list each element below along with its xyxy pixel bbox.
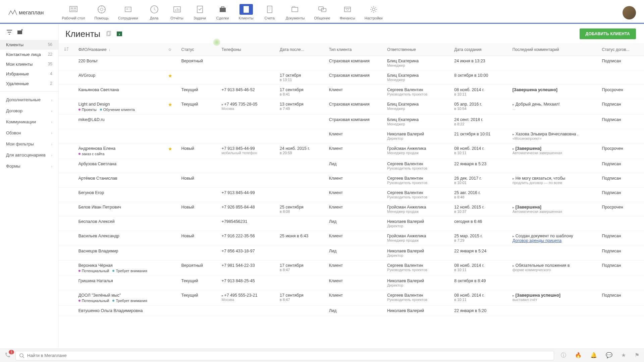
top-nav: мегаплан Рабочий столПомощьСотрудникиДел… xyxy=(0,0,644,24)
logo-text: мегаплан xyxy=(19,9,44,16)
todo-icon xyxy=(148,4,161,15)
chat-icon xyxy=(316,4,329,15)
svg-rect-25 xyxy=(17,31,22,34)
nav-help[interactable]: Помощь xyxy=(90,3,113,23)
col-sort[interactable] xyxy=(59,43,76,56)
page-header: Клиенты x ДОБАВИТЬ КЛИЕНТА xyxy=(59,24,644,43)
sidebar-filter[interactable]: Договор› xyxy=(0,105,58,116)
invoices-icon xyxy=(263,4,276,15)
nav-chat[interactable]: Общение xyxy=(309,3,335,23)
nav-docs[interactable]: Документы xyxy=(281,3,310,23)
finance-icon xyxy=(341,4,354,15)
col-type[interactable]: Тип клиента xyxy=(326,43,384,56)
svg-point-17 xyxy=(245,7,247,9)
table-row[interactable]: Белов Иван ПетровичНовый+7 926 855-84-48… xyxy=(59,202,644,217)
nav-staff[interactable]: Сотрудники xyxy=(113,3,143,23)
svg-point-24 xyxy=(372,8,375,11)
svg-rect-11 xyxy=(177,8,178,11)
svg-rect-3 xyxy=(71,10,76,11)
sidebar-filter[interactable]: Обзвон› xyxy=(0,127,58,138)
nav-clients[interactable]: Клиенты xyxy=(234,3,258,23)
reports-icon xyxy=(170,4,184,15)
svg-text:x: x xyxy=(119,33,120,36)
svg-rect-14 xyxy=(220,8,226,12)
filter-icon[interactable] xyxy=(6,29,13,35)
desktop-icon xyxy=(67,4,80,15)
table-row[interactable]: Артёмов СтаниславНовыйКлиентСергеев Вале… xyxy=(59,173,644,188)
table-row[interactable]: Бегунов Егор+7 913 845-44-99КлиентСергее… xyxy=(59,188,644,202)
add-client-button[interactable]: ДОБАВИТЬ КЛИЕНТА xyxy=(580,28,636,39)
sidebar-folder[interactable]: Избранные4 xyxy=(0,69,58,79)
table-row[interactable]: Каньянова СветланаТекущий+7 913 845-46-5… xyxy=(59,85,644,99)
nav-finance[interactable]: Финансы xyxy=(335,3,360,23)
logo[interactable]: мегаплан xyxy=(8,9,44,16)
table-row[interactable]: AVGroup★17 октябряв 13:11Страховая компа… xyxy=(59,70,644,85)
clients-table: ФИО/Название↓ ☆ Статус Телефоны Дата пос… xyxy=(59,43,644,316)
sidebar-filter[interactable]: Мои фильтры› xyxy=(0,138,58,149)
col-status[interactable]: Статус xyxy=(179,43,219,56)
col-created[interactable]: Дата создания xyxy=(451,43,509,56)
col-comment[interactable]: Последний комментарий xyxy=(510,43,599,56)
clients-icon xyxy=(239,4,253,15)
svg-rect-1 xyxy=(71,7,73,9)
table-row[interactable]: Вероника ЧёрнаяПотенциальныйТребует вним… xyxy=(59,260,644,276)
table-row[interactable]: Арбузова СветланаЛидСергеев ВалентинРуко… xyxy=(59,159,644,173)
sidebar-filter[interactable]: Коммуникации› xyxy=(0,116,58,127)
copy-icon[interactable] xyxy=(106,31,112,37)
nav-deals[interactable]: Сделки xyxy=(211,3,234,23)
table-row[interactable]: Light and DesignПроектыОбучение клиента★… xyxy=(59,99,644,115)
nav-todo[interactable]: Дела xyxy=(143,3,166,23)
sidebar-folder[interactable]: Удаленные2 xyxy=(0,79,58,88)
svg-rect-2 xyxy=(74,7,76,9)
sidebar-filter[interactable]: Дополнительные› xyxy=(0,94,58,105)
sidebar-folder[interactable]: Мои клиенты35 xyxy=(0,59,58,69)
star-icon: ★ xyxy=(168,146,172,152)
sidebar: Клиенты56Контактные лица22Мои клиенты35И… xyxy=(0,24,59,347)
sidebar-filter[interactable]: Формы› xyxy=(0,161,58,172)
svg-point-7 xyxy=(126,8,128,10)
table-row[interactable]: Андреянова Еленазаказ с сайта★Новый+7 91… xyxy=(59,143,644,159)
nav-desktop[interactable]: Рабочий стол xyxy=(57,3,90,23)
sidebar-folders: Клиенты56Контактные лица22Мои клиенты35И… xyxy=(0,40,58,88)
table-row[interactable]: mike@L&D.ruСтраховая компанияБлиц Екатер… xyxy=(59,115,644,129)
docs-icon xyxy=(288,4,302,15)
table-row[interactable]: 220 ВольтВероятныйСтраховая компанияБлиц… xyxy=(59,56,644,70)
col-phone[interactable]: Телефоны xyxy=(219,43,277,56)
table-row[interactable]: Васнецов Владимир+7 856 433-18-97ЛидНико… xyxy=(59,246,644,260)
star-icon: ★ xyxy=(168,73,172,78)
sidebar-filter[interactable]: Для автосценариев› xyxy=(0,149,58,161)
nav-items: Рабочий столПомощьСотрудникиДелаОтчётыЗа… xyxy=(57,3,387,23)
table-row[interactable]: Гришина НатальяТекущий+7 913 848-25-45Кл… xyxy=(59,276,644,290)
page-title: Клиенты xyxy=(65,29,100,39)
col-name[interactable]: ФИО/Название↓ xyxy=(76,43,165,56)
nav-settings[interactable]: Настройки xyxy=(360,3,387,23)
table-row[interactable]: Беспалов Алексей+7985456231ЛидНиколаев В… xyxy=(59,217,644,231)
sidebar-folder[interactable]: Клиенты56 xyxy=(0,40,58,50)
svg-rect-6 xyxy=(125,7,131,12)
col-resp[interactable]: Ответственные xyxy=(384,43,451,56)
svg-point-5 xyxy=(100,8,103,11)
star-icon: ★ xyxy=(168,102,172,107)
nav-invoices[interactable]: Счета xyxy=(258,3,281,23)
user-avatar[interactable] xyxy=(623,6,636,19)
col-contract[interactable]: Статус догов... xyxy=(599,43,644,56)
table-row[interactable]: Васильев АлександрНовый+7 916 222-35-562… xyxy=(59,231,644,246)
table-row[interactable]: ДООЛ "Зелёный мыс"ПотенциальныйТребует в… xyxy=(59,290,644,306)
sidebar-folder[interactable]: Контактные лица22 xyxy=(0,50,58,59)
svg-rect-18 xyxy=(267,6,272,13)
sidebar-filters: Дополнительные›Договор›Коммуникации›Обзв… xyxy=(0,94,58,172)
svg-rect-12 xyxy=(178,9,179,11)
settings-icon xyxy=(367,4,380,15)
excel-icon[interactable]: x xyxy=(116,31,122,37)
table-row[interactable]: Евтушенко Ольга ВладимировнаЛидНиколаев … xyxy=(59,306,644,316)
add-folder-icon[interactable] xyxy=(17,29,23,35)
col-last[interactable]: Дата после... xyxy=(277,43,326,56)
col-star[interactable]: ☆ xyxy=(165,43,179,56)
logo-icon xyxy=(8,9,17,16)
svg-rect-15 xyxy=(221,7,224,8)
svg-rect-19 xyxy=(292,7,298,12)
nav-reports[interactable]: Отчёты xyxy=(166,3,189,23)
table-row[interactable]: КлиентНиколаев ВалерийДиректор21 октября… xyxy=(59,129,644,143)
nav-tasks[interactable]: Задачи xyxy=(189,3,211,23)
svg-rect-22 xyxy=(344,7,351,12)
